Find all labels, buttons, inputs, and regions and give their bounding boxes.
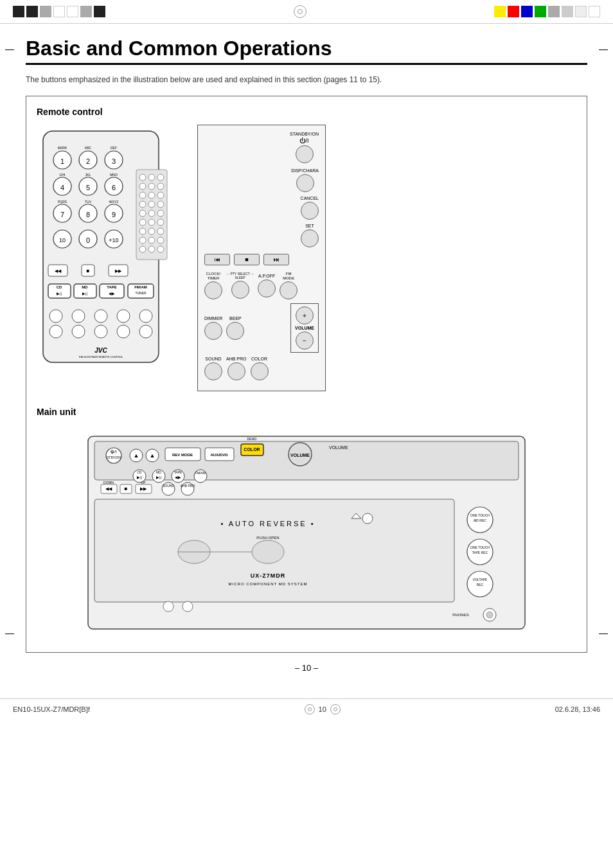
disp-button[interactable] (296, 174, 314, 192)
svg-text:▲: ▲ (134, 452, 139, 459)
svg-text:PHONES: PHONES (452, 613, 468, 617)
ahb-pro-label: AHB PRO (226, 357, 247, 361)
beep-button[interactable] (226, 322, 244, 340)
volume-up-button[interactable]: + (296, 306, 314, 324)
svg-text:◀◀: ◀◀ (105, 486, 112, 491)
svg-point-144 (182, 601, 193, 612)
svg-point-83 (117, 310, 130, 323)
top-registration-bar (0, 0, 613, 24)
svg-text:DEF: DEF (111, 146, 117, 150)
svg-text:• AUTO REVERSE •: • AUTO REVERSE • (220, 520, 315, 527)
right-remote-controls: STANDBY/ON ⏻/I DISP/CHARA CANCEL (197, 125, 326, 391)
set-button[interactable] (301, 229, 319, 247)
svg-text:■: ■ (87, 268, 90, 274)
svg-point-140 (362, 513, 373, 524)
volume-down-button[interactable]: − (296, 332, 314, 350)
svg-text:PUSH OPEN: PUSH OPEN (256, 536, 279, 540)
color-yellow (494, 6, 506, 17)
svg-text:UP: UP (141, 481, 147, 484)
svg-text:8: 8 (86, 211, 90, 218)
svg-text:MICRO COMPONENT MD SYSTEM: MICRO COMPONENT MD SYSTEM (229, 582, 308, 586)
dimmer-button[interactable] (204, 322, 222, 340)
ahb-pro-button[interactable] (227, 362, 245, 380)
title-underline (26, 63, 587, 65)
cancel-button[interactable] (301, 202, 319, 220)
svg-point-59 (139, 246, 146, 252)
svg-text:3: 3 (112, 157, 116, 165)
svg-text:9: 9 (112, 211, 116, 218)
svg-text:JVC: JVC (94, 347, 107, 354)
svg-point-41 (139, 192, 146, 199)
center-reg-circle-inner (298, 9, 303, 14)
svg-point-40 (157, 183, 164, 190)
svg-text:FM/AM: FM/AM (195, 471, 206, 475)
reg-block-2 (26, 6, 38, 17)
ap-off-group: A.P.OFF (258, 274, 276, 297)
svg-text:TAPE: TAPE (107, 285, 117, 289)
svg-text:▲: ▲ (150, 452, 155, 459)
svg-point-50 (139, 219, 146, 226)
svg-point-86 (72, 325, 85, 338)
svg-point-35 (139, 174, 146, 181)
color-light (575, 6, 587, 17)
sound-button[interactable] (204, 362, 222, 380)
color-group: COLOR (251, 357, 269, 380)
svg-text:1: 1 (60, 157, 64, 165)
standby-button[interactable] (296, 145, 314, 163)
fm-mode-button[interactable] (280, 281, 298, 299)
svg-text:MARK: MARK (58, 146, 67, 150)
color-gray1 (548, 6, 560, 17)
remote-control-label: Remote control (37, 107, 576, 117)
svg-point-60 (148, 246, 155, 252)
svg-point-36 (148, 174, 155, 181)
stop-button[interactable]: ■ (234, 254, 260, 265)
ap-off-button[interactable] (258, 279, 276, 297)
cancel-group: CANCEL (301, 196, 319, 220)
prev-button[interactable]: ⏮ (204, 254, 230, 265)
svg-text:ABC: ABC (85, 146, 92, 150)
svg-point-56 (139, 237, 146, 244)
sound-label: SOUND (205, 357, 221, 361)
reg-block-4 (53, 6, 65, 17)
svg-text:WXYZ: WXYZ (109, 200, 118, 204)
svg-text:DOWN: DOWN (103, 481, 114, 484)
svg-text:CD: CD (57, 285, 62, 289)
svg-point-88 (117, 325, 130, 338)
right-bottom-crop-mark (599, 633, 608, 634)
standby-label: STANDBY/ON (290, 132, 319, 136)
svg-text:AUX/DVD: AUX/DVD (210, 453, 228, 457)
next-button[interactable]: ⏭ (263, 254, 289, 265)
sleep-button[interactable] (231, 281, 249, 299)
svg-text:TUV: TUV (85, 200, 92, 204)
svg-text:UX-Z7MDR: UX-Z7MDR (251, 572, 286, 579)
svg-text:VOLTAPE: VOLTAPE (473, 578, 488, 581)
svg-point-45 (148, 201, 155, 208)
color-white (589, 6, 600, 17)
color-gray2 (562, 6, 573, 17)
svg-text:+10: +10 (109, 237, 118, 244)
svg-text:COLOR: COLOR (244, 447, 260, 452)
reg-block-7 (94, 6, 105, 17)
pty-sleep-group: ← PTY SELECT →SLEEP (226, 272, 254, 299)
svg-text:▶||: ▶|| (82, 292, 87, 296)
page-footer: EN10-15UX-Z7/MDR[B]f 10 02.6.28, 13:46 (0, 698, 613, 720)
intro-text: The buttons emphasized in the illustrati… (26, 75, 587, 84)
color-red (508, 6, 519, 17)
ahb-pro-group: AHB PRO (226, 357, 247, 380)
svg-text:TAPE REC: TAPE REC (472, 551, 488, 554)
color-button[interactable] (251, 362, 269, 380)
svg-text:MD: MD (156, 470, 161, 474)
reg-block-5 (67, 6, 78, 17)
right-reg-marks (494, 6, 600, 17)
page-number-text: – 10 – (295, 663, 318, 673)
main-unit-label: Main unit (37, 407, 576, 417)
svg-text:6: 6 (112, 184, 116, 191)
svg-text:PQRS: PQRS (58, 200, 67, 204)
cancel-label: CANCEL (301, 196, 319, 200)
svg-text:4: 4 (60, 184, 64, 191)
clock-timer-button[interactable] (204, 281, 222, 299)
svg-point-39 (148, 183, 155, 190)
main-unit-illustration-container: ⏻/I STBY/ON ▲ ▲ REV MODE AUX/DVD (37, 423, 576, 642)
pty-label: ← PTY SELECT →SLEEP (226, 272, 254, 279)
svg-point-54 (148, 228, 155, 235)
